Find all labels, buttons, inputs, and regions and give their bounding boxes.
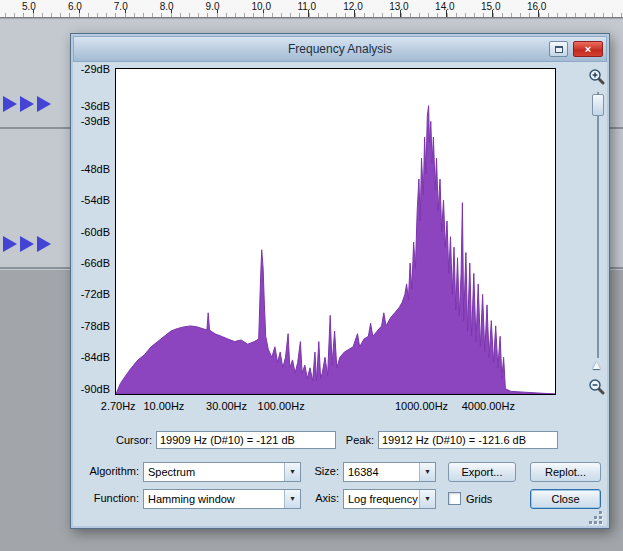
cursor-label: Cursor: — [112, 434, 152, 446]
ruler-label: 13.0 — [389, 1, 408, 12]
size-select[interactable]: 16384 ▾ — [343, 462, 436, 482]
algorithm-select[interactable]: Spectrum ▾ — [143, 462, 301, 482]
axis-label: Axis: — [299, 492, 339, 504]
ruler-label: 14.0 — [435, 1, 454, 12]
dropdown-arrow-icon[interactable]: ▾ — [284, 490, 300, 508]
x-axis-label: 10.00Hz — [134, 400, 194, 412]
spectrum-area — [116, 106, 555, 394]
ruler-tick — [492, 10, 493, 17]
waveform-arrow-icon — [3, 236, 17, 252]
frequency-analysis-dialog: Frequency Analysis × -29dB-36dB-39dB-48d… — [70, 33, 610, 529]
ruler-tick — [125, 10, 126, 17]
y-axis-labels: -29dB-36dB-39dB-48dB-54dB-60dB-66dB-72dB… — [73, 69, 113, 396]
ruler-tick — [263, 10, 264, 17]
titlebar-buttons: × — [549, 41, 603, 57]
ruler-label: 12.0 — [343, 1, 362, 12]
function-select[interactable]: Hamming window ▾ — [143, 489, 301, 509]
ruler-tick — [171, 10, 172, 17]
ruler-tick — [33, 10, 34, 17]
y-axis-label: -84dB — [81, 351, 110, 363]
y-axis-label: -78dB — [81, 320, 110, 332]
peak-readout-field[interactable] — [378, 431, 558, 449]
y-axis-label: -72dB — [81, 288, 110, 300]
slider-up-arrow-icon[interactable]: ▲ — [590, 357, 603, 372]
dropdown-arrow-icon[interactable]: ▾ — [419, 463, 435, 481]
algorithm-label: Algorithm: — [79, 465, 139, 477]
y-axis-label: -29dB — [81, 63, 110, 75]
grids-checkbox[interactable] — [448, 492, 461, 505]
y-axis-label: -60dB — [81, 226, 110, 238]
ruler-label: 11.0 — [297, 1, 316, 12]
x-axis-labels: 2.70Hz10.00Hz30.00Hz100.00Hz1000.00Hz400… — [116, 400, 557, 413]
axis-select[interactable]: Log frequency ▾ — [343, 489, 436, 509]
waveform-arrows — [3, 236, 51, 252]
zoom-out-icon[interactable] — [588, 378, 605, 395]
dialog-body: -29dB-36dB-39dB-48dB-54dB-60dB-66dB-72dB… — [73, 62, 607, 526]
waveform-arrow-icon — [3, 96, 17, 112]
zoom-in-icon[interactable] — [588, 68, 605, 85]
waveform-arrow-icon — [37, 236, 51, 252]
x-axis-label: 30.00Hz — [197, 400, 257, 412]
x-axis-label: 100.00Hz — [251, 400, 311, 412]
zoom-slider-thumb[interactable] — [592, 94, 604, 116]
waveform-arrows — [3, 96, 51, 112]
y-axis-label: -90dB — [81, 383, 110, 395]
y-axis-label: -39dB — [81, 115, 110, 127]
x-axis-label: 4000.00Hz — [458, 400, 518, 412]
zoom-slider-track[interactable] — [597, 92, 599, 358]
ruler-label: 16.0 — [527, 1, 546, 12]
function-label: Function: — [79, 492, 139, 504]
function-value: Hamming window — [148, 493, 235, 505]
audacity-window: 5.06.07.08.09.010.011.012.013.014.015.01… — [0, 0, 623, 551]
close-window-button[interactable]: × — [573, 41, 603, 57]
maximize-icon — [555, 46, 563, 53]
ruler-tick — [538, 10, 539, 17]
ruler-tick — [446, 10, 447, 17]
export-button[interactable]: Export... — [448, 462, 516, 482]
resize-grip[interactable] — [589, 511, 603, 525]
cursor-readout-field[interactable] — [156, 431, 336, 449]
close-button[interactable]: Close — [530, 489, 601, 509]
ruler-tick — [400, 10, 401, 17]
waveform-arrow-icon — [20, 236, 34, 252]
axis-value: Log frequency — [348, 493, 418, 505]
dropdown-arrow-icon[interactable]: ▾ — [284, 463, 300, 481]
size-value: 16384 — [348, 466, 379, 478]
waveform-arrow-icon — [20, 96, 34, 112]
grids-label: Grids — [466, 493, 492, 505]
waveform-arrow-icon — [37, 96, 51, 112]
timeline-ruler[interactable]: 5.06.07.08.09.010.011.012.013.014.015.01… — [0, 0, 623, 18]
size-label: Size: — [299, 465, 339, 477]
algorithm-value: Spectrum — [148, 466, 195, 478]
ruler-tick — [79, 10, 80, 17]
peak-label: Peak: — [334, 434, 374, 446]
spectrum-canvas — [116, 69, 555, 394]
y-axis-label: -36dB — [81, 100, 110, 112]
ruler-tick — [217, 10, 218, 17]
spectrum-plot[interactable] — [115, 68, 556, 395]
x-axis-label: 1000.00Hz — [392, 400, 452, 412]
replot-button[interactable]: Replot... — [530, 462, 601, 482]
y-axis-label: -66dB — [81, 257, 110, 269]
ruler-tick — [308, 10, 309, 17]
ruler-label: 10.0 — [252, 1, 271, 12]
y-axis-label: -54dB — [81, 194, 110, 206]
dropdown-arrow-icon[interactable]: ▾ — [419, 490, 435, 508]
y-axis-label: -48dB — [81, 163, 110, 175]
dialog-title: Frequency Analysis — [288, 42, 392, 56]
ruler-tick — [354, 10, 355, 17]
maximize-button[interactable] — [549, 41, 568, 57]
dialog-titlebar[interactable]: Frequency Analysis × — [73, 36, 607, 62]
ruler-label: 15.0 — [481, 1, 500, 12]
